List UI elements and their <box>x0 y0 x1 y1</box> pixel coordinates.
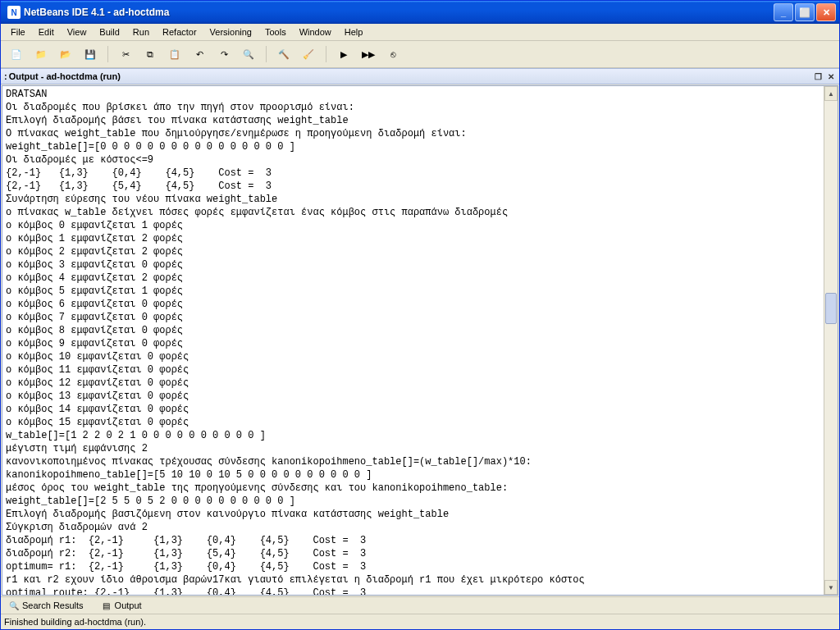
toolbar-separator <box>326 46 326 62</box>
maximize-button[interactable]: ⬜ <box>795 3 815 21</box>
search-icon: 🔍 <box>9 600 19 610</box>
new-project-icon[interactable]: 📁 <box>30 43 52 65</box>
paste-icon[interactable]: 📋 <box>164 43 185 65</box>
window-buttons: _ ⬜ ✕ <box>774 3 836 21</box>
statusbar: Finished building ad-hoctdma (run). <box>1 614 839 629</box>
debug-icon[interactable]: ▶▶ <box>358 43 379 65</box>
tab-search-label: Search Results <box>22 600 84 610</box>
app-window: N NetBeans IDE 4.1 - ad-hoctdma _ ⬜ ✕ Fi… <box>0 0 840 630</box>
open-icon[interactable]: 📂 <box>55 43 76 65</box>
scroll-up-button[interactable]: ▲ <box>824 86 838 101</box>
menu-file[interactable]: File <box>4 25 32 39</box>
menu-refactor[interactable]: Refactor <box>156 25 203 39</box>
minimize-button[interactable]: _ <box>774 3 793 21</box>
output-panel: DRATSAN Οι διαδρομές που βρίσκει άπο την… <box>2 85 838 596</box>
app-icon: N <box>7 6 21 19</box>
copy-icon[interactable]: ⧉ <box>139 43 161 65</box>
cut-icon[interactable]: ✂ <box>115 43 136 65</box>
menu-view[interactable]: View <box>61 25 94 39</box>
find-icon[interactable]: 🔍 <box>238 43 259 65</box>
status-text: Finished building ad-hoctdma (run). <box>4 617 146 627</box>
menubar: File Edit View Build Run Refactor Versio… <box>1 24 839 41</box>
undo-icon[interactable]: ↶ <box>189 43 210 65</box>
scroll-thumb[interactable] <box>825 293 837 324</box>
menu-run[interactable]: Run <box>126 25 156 39</box>
build-icon[interactable]: 🔨 <box>273 43 294 65</box>
tab-output[interactable]: ▤ Output <box>97 600 147 611</box>
redo-icon[interactable]: ↷ <box>213 43 235 65</box>
toolbar-separator <box>107 46 108 62</box>
scroll-down-button[interactable]: ▼ <box>824 580 838 595</box>
tab-search-results[interactable]: 🔍 Search Results <box>4 600 89 611</box>
panel-restore-icon[interactable]: ❐ <box>813 71 823 81</box>
close-button[interactable]: ✕ <box>816 3 836 21</box>
bottom-tabs: 🔍 Search Results ▤ Output <box>1 596 839 614</box>
attach-icon[interactable]: ⎋ <box>382 43 404 65</box>
window-title: NetBeans IDE 4.1 - ad-hoctdma <box>24 7 774 18</box>
panel-close-icon[interactable]: ✕ <box>826 71 836 81</box>
run-icon[interactable]: ▶ <box>333 43 354 65</box>
tab-output-label: Output <box>115 600 142 610</box>
output-icon: ▤ <box>102 600 112 610</box>
save-all-icon[interactable]: 💾 <box>80 43 101 65</box>
menu-build[interactable]: Build <box>93 25 126 39</box>
vertical-scrollbar[interactable]: ▲ ▼ <box>824 86 838 595</box>
toolbar-separator <box>266 46 267 62</box>
scroll-track[interactable] <box>824 101 838 580</box>
menu-help[interactable]: Help <box>338 25 370 39</box>
output-panel-header: : Output - ad-hoctdma (run) ❐ ✕ <box>1 68 839 84</box>
menu-edit[interactable]: Edit <box>32 25 61 39</box>
clean-build-icon[interactable]: 🧹 <box>298 43 319 65</box>
titlebar: N NetBeans IDE 4.1 - ad-hoctdma _ ⬜ ✕ <box>1 1 839 24</box>
menu-versioning[interactable]: Versioning <box>203 25 258 39</box>
menu-window[interactable]: Window <box>293 25 338 39</box>
output-panel-title: Output - ad-hoctdma (run) <box>9 71 121 81</box>
menu-tools[interactable]: Tools <box>258 25 293 39</box>
toolbar: 📄📁📂💾✂⧉📋↶↷🔍🔨🧹▶▶▶⎋ <box>1 41 839 68</box>
new-file-icon[interactable]: 📄 <box>6 43 27 65</box>
output-text[interactable]: DRATSAN Οι διαδρομές που βρίσκει άπο την… <box>2 86 824 595</box>
